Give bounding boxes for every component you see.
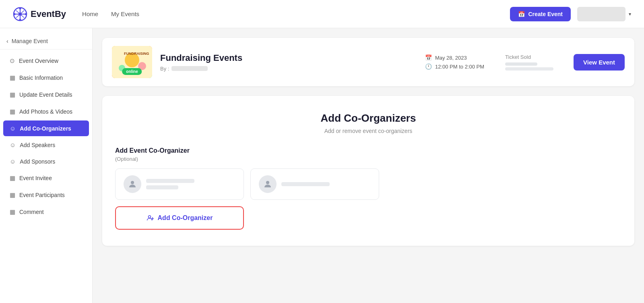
section-title: Add Co-Organizers [115,112,621,125]
add-co-organizer-label: Add Co-Organizer [158,214,213,222]
sidebar-item-comment[interactable]: ▦ Comment [3,204,89,220]
logo-icon [13,7,27,21]
svg-point-7 [19,19,21,21]
nav-home[interactable]: Home [82,10,98,17]
ticket-sold-label: Ticket Sold [505,54,566,60]
online-badge: online [122,68,142,75]
main-content: FUNDRAISING online Fundraising Events By… [93,28,644,303]
event-thumbnail-image: FUNDRAISING online [112,46,152,78]
sidebar-item-label: Comment [19,209,44,215]
top-navigation: EventBy Home My Events 📅 Create Event ▾ [0,0,644,28]
blur-bar-3 [281,182,330,186]
event-by: By : [160,66,417,72]
svg-point-9 [25,13,27,15]
svg-point-15 [131,181,134,184]
svg-point-16 [266,181,269,184]
chevron-down-icon: ▾ [629,11,631,17]
sidebar-item-event-participants[interactable]: ▦ Event Participants [3,187,89,203]
blur-bar-1 [146,179,194,183]
clock-icon: 🕛 [425,63,432,70]
create-event-button[interactable]: 📅 Create Event [510,7,571,21]
section-subtitle: Add or remove event co-organizers [115,128,621,134]
svg-text:FUNDRAISING: FUNDRAISING [124,52,149,56]
co-org-cards-list [115,168,621,200]
logo[interactable]: EventBy [13,7,66,21]
add-co-org-button-wrapper: Add Co-Organizer [115,206,621,230]
sponsors-icon: ☺ [10,158,16,165]
blur-bar-2 [146,185,178,189]
calendar-meta-icon: 📅 [425,54,432,61]
sidebar-item-label: Update Event Details [19,91,72,98]
event-meta: 📅 May 28, 2023 🕛 12:00 PM to 2:00 PM [425,54,484,70]
update-details-icon: ▦ [10,91,15,98]
event-time-text: 12:00 PM to 2:00 PM [435,64,484,70]
ticket-bar-1 [505,62,537,66]
svg-point-5 [19,12,22,16]
svg-point-8 [14,13,16,15]
user-avatar [577,7,625,21]
co-org-optional: (Optional) [115,156,621,162]
co-org-avatar-1 [124,175,141,193]
logo-text: EventBy [31,9,66,19]
sidebar-item-add-speakers[interactable]: ☺ Add Speakers [3,137,89,153]
add-co-organizer-button[interactable]: Add Co-Organizer [115,206,244,230]
sidebar-item-label: Add Sponsors [20,158,55,165]
sidebar-item-label: Event Participants [19,192,65,198]
sidebar-item-update-event-details[interactable]: ▦ Update Event Details [3,87,89,103]
sidebar: ‹ Manage Event ⊙ Event Overview ▦ Basic … [0,28,93,303]
add-person-icon [147,214,154,222]
co-organizers-section: Add Co-Organizers Add or remove event co… [102,96,634,246]
user-dropdown[interactable]: ▾ [577,7,631,21]
co-org-name-blur-2 [281,182,371,186]
invitee-icon: ▦ [10,174,15,182]
sidebar-item-label: Event Overview [19,58,58,64]
manage-event-back[interactable]: ‹ Manage Event [0,33,92,50]
person-icon-1 [128,179,137,189]
svg-point-17 [148,216,151,218]
sidebar-item-add-co-organizers[interactable]: ☺ Add Co-Organizers [3,120,89,136]
nav-links: Home My Events [82,10,510,17]
sidebar-item-label: Add Photos & Videos [19,108,72,115]
co-organizers-icon: ☺ [10,125,16,132]
event-info: Fundraising Events By : [160,53,417,72]
co-org-card-1 [115,168,244,200]
ticket-section: Ticket Sold [505,54,566,71]
sidebar-item-basic-information[interactable]: ▦ Basic Information [3,70,89,86]
sidebar-item-add-sponsors[interactable]: ☺ Add Sponsors [3,154,89,169]
svg-point-6 [19,7,21,9]
ticket-bars [505,62,566,71]
create-event-label: Create Event [528,11,563,17]
ticket-bar-2 [505,67,553,71]
co-org-form-label: Add Event Co-Organizer [115,147,621,154]
co-org-name-blur-1 [146,179,235,189]
event-card: FUNDRAISING online Fundraising Events By… [102,38,634,86]
sidebar-item-label: Event Invitee [19,175,52,181]
organizer-name-blur [171,66,208,71]
back-arrow-icon: ‹ [6,38,8,44]
view-event-button[interactable]: View Event [574,54,625,71]
event-title: Fundraising Events [160,53,417,63]
nav-my-events[interactable]: My Events [111,10,139,17]
event-thumbnail: FUNDRAISING online [112,46,152,78]
event-date: 📅 May 28, 2023 [425,54,484,61]
calendar-icon: 📅 [518,11,525,17]
sidebar-back-label: Manage Event [12,38,48,44]
sidebar-item-add-photos-videos[interactable]: ▦ Add Photos & Videos [3,104,89,120]
event-time: 🕛 12:00 PM to 2:00 PM [425,63,484,70]
speakers-icon: ☺ [10,141,16,148]
comment-icon: ▦ [10,208,15,216]
sidebar-item-event-overview[interactable]: ⊙ Event Overview [3,53,89,69]
by-label: By : [160,66,169,72]
co-org-card-2 [250,168,379,200]
event-date-text: May 28, 2023 [435,55,467,61]
sidebar-item-label: Basic Information [19,75,63,81]
person-icon-2 [263,179,272,189]
sidebar-item-label: Add Speakers [20,142,55,148]
sidebar-item-event-invitee[interactable]: ▦ Event Invitee [3,170,89,186]
photos-videos-icon: ▦ [10,108,15,115]
overview-icon: ⊙ [10,57,15,64]
co-org-avatar-2 [259,175,277,193]
page-layout: ‹ Manage Event ⊙ Event Overview ▦ Basic … [0,28,644,303]
participants-icon: ▦ [10,191,15,199]
basic-info-icon: ▦ [10,74,15,81]
